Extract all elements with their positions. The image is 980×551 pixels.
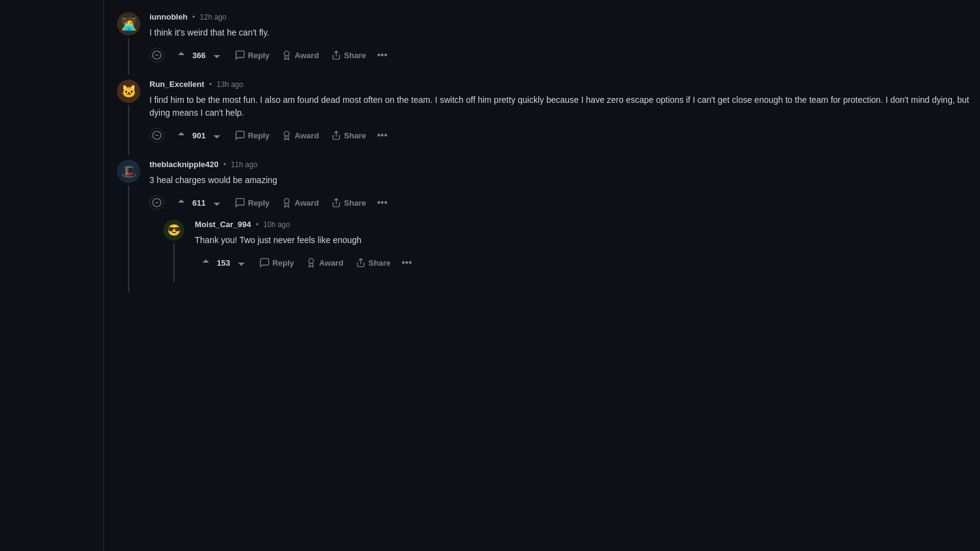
share-button[interactable]: Share — [326, 47, 371, 63]
timestamp: 10h ago — [263, 220, 290, 229]
upvote-icon — [176, 198, 186, 208]
username: theblacknipple420 — [149, 160, 219, 169]
svg-point-8 — [284, 198, 289, 203]
minus-icon — [152, 198, 162, 208]
comment-body: Run_Excellent • 13h ago I find him to be… — [141, 80, 980, 155]
comment-header: Moist_Car_994 • 10h ago — [195, 220, 980, 229]
comment-header: theblacknipple420 • 11h ago — [149, 160, 980, 169]
upvote-button[interactable] — [198, 255, 213, 270]
reply-button[interactable]: Reply — [255, 255, 299, 271]
action-bar: 153 Reply — [195, 253, 980, 272]
vote-count: 153 — [214, 258, 233, 268]
minus-icon — [152, 50, 162, 60]
comment-text: I find him to be the most fun. I also am… — [149, 94, 980, 119]
share-icon — [331, 198, 341, 208]
comment-item: 🐱 Run_Excellent • 13h ago I find him to … — [116, 80, 980, 155]
share-button[interactable]: Share — [351, 255, 396, 271]
award-button[interactable]: Award — [277, 195, 324, 211]
comment-body: theblacknipple420 • 11h ago 3 heal charg… — [141, 160, 980, 292]
more-options-button[interactable]: ••• — [398, 254, 416, 271]
upvote-icon — [176, 50, 186, 60]
comment-body: iunnobleh • 12h ago I think it's weird t… — [141, 12, 980, 75]
comment-item: 🎩 theblacknipple420 • 11h ago 3 heal cha… — [116, 160, 980, 292]
minus-icon — [152, 130, 162, 140]
reply-icon — [235, 198, 245, 208]
reply-icon — [235, 50, 245, 60]
reply-icon — [260, 258, 270, 268]
upvote-button[interactable] — [174, 128, 189, 143]
collapse-button[interactable] — [149, 195, 164, 210]
nested-comment: 😎 Moist_Car_994 • 10h ago Thank you! Two… — [162, 220, 980, 282]
comment-text: Thank you! Two just never feels like eno… — [195, 234, 980, 247]
share-button[interactable]: Share — [326, 195, 371, 211]
svg-point-9 — [309, 258, 314, 263]
thread-line — [173, 243, 175, 282]
avatar: 🧑‍💻 — [117, 12, 140, 36]
downvote-icon — [212, 198, 222, 208]
collapse-button[interactable] — [149, 128, 164, 143]
svg-point-2 — [284, 51, 289, 56]
timestamp: 11h ago — [231, 160, 257, 169]
username: iunnobleh — [149, 12, 187, 21]
username: Run_Excellent — [149, 80, 205, 89]
award-button[interactable]: Award — [277, 47, 324, 63]
vote-section: 611 — [170, 193, 228, 212]
vote-section: 901 — [170, 126, 228, 145]
award-icon — [282, 50, 292, 60]
timestamp: 13h ago — [217, 80, 243, 89]
comment-header: Run_Excellent • 13h ago — [149, 80, 980, 89]
comment-text: I think it's weird that he can't fly. — [149, 26, 980, 39]
downvote-button[interactable] — [234, 255, 249, 270]
comment-text: 3 heal charges would be amazing — [149, 174, 980, 187]
comment-item: 😎 Moist_Car_994 • 10h ago Thank you! Two… — [162, 220, 980, 282]
comment-left-col: 🧑‍💻 — [116, 12, 141, 75]
vote-section: 153 — [195, 253, 252, 272]
downvote-button[interactable] — [209, 128, 224, 143]
more-options-button[interactable]: ••• — [374, 127, 391, 144]
award-button[interactable]: Award — [277, 127, 324, 143]
thread-line — [128, 38, 129, 75]
award-icon — [282, 130, 292, 140]
downvote-icon — [212, 50, 222, 60]
award-button[interactable]: Award — [301, 255, 349, 271]
vote-count: 901 — [190, 131, 208, 140]
left-sidebar — [0, 0, 104, 551]
comment-left-col: 🎩 — [116, 160, 141, 292]
upvote-icon — [176, 130, 186, 140]
username: Moist_Car_994 — [195, 220, 251, 229]
vote-count: 611 — [190, 198, 208, 208]
action-bar: 366 Reply Award — [149, 45, 980, 65]
downvote-button[interactable] — [209, 195, 224, 210]
downvote-button[interactable] — [209, 48, 224, 62]
timestamp: 12h ago — [200, 13, 226, 21]
share-icon — [331, 50, 341, 60]
content-area: 🧑‍💻 iunnobleh • 12h ago I think it's wei… — [104, 0, 980, 551]
page-container: 🧑‍💻 iunnobleh • 12h ago I think it's wei… — [0, 0, 980, 551]
downvote-icon — [212, 130, 222, 140]
downvote-icon — [236, 258, 246, 268]
comment-thread: 🧑‍💻 iunnobleh • 12h ago I think it's wei… — [104, 12, 980, 292]
upvote-button[interactable] — [174, 195, 189, 210]
thread-line — [128, 105, 129, 155]
more-options-button[interactable]: ••• — [374, 194, 391, 211]
thread-line — [128, 186, 129, 292]
reply-button[interactable]: Reply — [230, 47, 274, 63]
avatar: 😎 — [164, 220, 184, 241]
collapse-button[interactable] — [149, 48, 164, 62]
action-bar: 901 Reply Award — [149, 126, 980, 145]
vote-section: 366 — [170, 45, 228, 65]
comment-body: Moist_Car_994 • 10h ago Thank you! Two j… — [186, 220, 980, 282]
award-icon — [282, 198, 292, 208]
upvote-icon — [201, 258, 211, 268]
reply-button[interactable]: Reply — [230, 195, 274, 211]
avatar: 🐱 — [117, 80, 140, 103]
more-options-button[interactable]: ••• — [374, 47, 391, 64]
share-button[interactable]: Share — [326, 127, 371, 143]
upvote-button[interactable] — [174, 48, 189, 62]
vote-count: 366 — [190, 51, 208, 60]
comment-left-col: 🐱 — [116, 80, 141, 155]
comment-left-col: 😎 — [162, 220, 186, 282]
action-bar: 611 Reply Award — [149, 193, 980, 212]
reply-button[interactable]: Reply — [230, 127, 274, 143]
svg-point-5 — [284, 131, 289, 136]
